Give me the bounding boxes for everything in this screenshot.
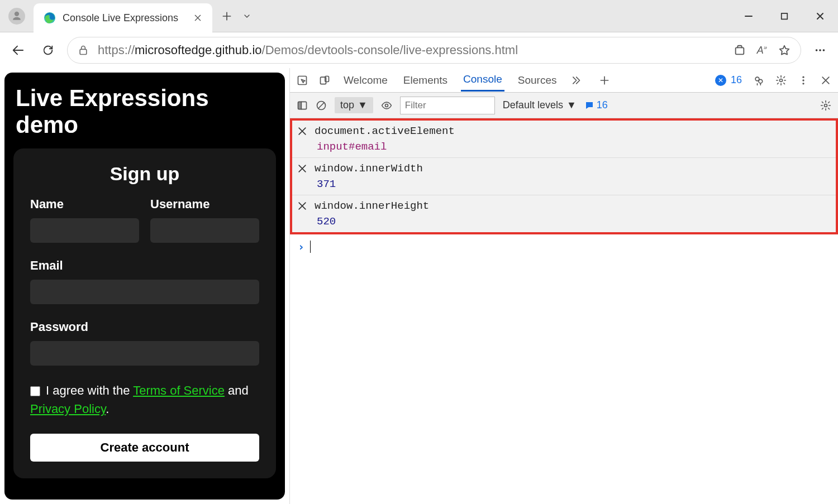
back-button[interactable] bbox=[7, 39, 29, 61]
console-toolbar: top ▼ Default levels▼ 16 bbox=[290, 93, 838, 118]
devtools-close-icon[interactable] bbox=[820, 75, 831, 86]
svg-point-11 bbox=[759, 79, 763, 83]
filter-input[interactable] bbox=[400, 97, 495, 114]
remove-live-expression-icon[interactable] bbox=[297, 200, 308, 212]
issues-badge-icon: ✕ bbox=[715, 75, 726, 86]
app-shopping-icon[interactable] bbox=[734, 44, 746, 56]
email-label: Email bbox=[30, 258, 259, 273]
more-menu-button[interactable] bbox=[809, 39, 831, 61]
agree-text: I agree with the Terms of Service and Pr… bbox=[30, 381, 259, 418]
svg-rect-1 bbox=[782, 13, 788, 19]
add-panel-icon[interactable] bbox=[599, 75, 610, 86]
window-controls bbox=[731, 0, 838, 32]
refresh-button[interactable] bbox=[37, 39, 59, 61]
browser-tab[interactable]: Console Live Expressions bbox=[34, 3, 212, 32]
svg-point-5 bbox=[819, 49, 821, 51]
svg-point-15 bbox=[802, 83, 804, 84]
tos-link[interactable]: Terms of Service bbox=[133, 383, 225, 397]
svg-point-4 bbox=[816, 49, 818, 51]
agree-checkbox[interactable] bbox=[30, 386, 40, 396]
window-maximize-button[interactable] bbox=[766, 0, 802, 32]
password-input[interactable] bbox=[30, 341, 259, 366]
titlebar: Console Live Expressions bbox=[0, 0, 838, 32]
live-expression-row: window.innerHeight 520 bbox=[292, 195, 836, 232]
svg-point-12 bbox=[780, 79, 783, 81]
console-settings-gear-icon[interactable] bbox=[820, 100, 831, 111]
live-expression-eye-icon[interactable] bbox=[381, 100, 392, 111]
tab-sources[interactable]: Sources bbox=[516, 70, 559, 91]
live-expression-code[interactable]: document.activeElement bbox=[315, 125, 455, 137]
window-minimize-button[interactable] bbox=[731, 0, 766, 32]
log-levels-dropdown[interactable]: Default levels▼ bbox=[503, 99, 577, 111]
live-expression-value: 520 bbox=[297, 213, 836, 229]
context-selector[interactable]: top ▼ bbox=[335, 97, 373, 113]
svg-point-13 bbox=[802, 76, 804, 78]
page-viewport: Live Expressions demo Sign up Name Usern… bbox=[0, 68, 289, 504]
live-expression-value: input#email bbox=[297, 138, 836, 154]
inspect-element-icon[interactable] bbox=[297, 75, 308, 86]
issues-counter[interactable]: ✕ 16 bbox=[715, 74, 742, 86]
console-sidebar-toggle-icon[interactable] bbox=[297, 100, 308, 111]
console-prompt[interactable]: › bbox=[290, 234, 838, 259]
more-tabs-icon[interactable] bbox=[570, 75, 581, 86]
signup-card: Sign up Name Username Email Pa bbox=[13, 148, 276, 478]
form-title: Sign up bbox=[30, 163, 259, 185]
dropdown-caret-icon: ▼ bbox=[566, 99, 577, 111]
url-text: https://microsoftedge.github.io/Demos/de… bbox=[98, 43, 518, 57]
prompt-chevron-icon: › bbox=[298, 240, 304, 253]
edge-favicon-icon bbox=[44, 12, 56, 24]
lock-icon bbox=[78, 45, 89, 56]
issue-bubble-icon bbox=[584, 100, 594, 111]
svg-point-6 bbox=[823, 49, 825, 51]
live-expression-row: window.innerWidth 371 bbox=[292, 158, 836, 195]
live-expressions-region: document.activeElement input#email windo… bbox=[290, 118, 838, 234]
profile-button[interactable] bbox=[0, 0, 34, 32]
tab-elements[interactable]: Elements bbox=[401, 70, 450, 91]
svg-point-14 bbox=[802, 79, 804, 81]
live-expression-value: 371 bbox=[297, 176, 836, 191]
read-aloud-icon[interactable]: A» bbox=[757, 44, 767, 56]
window-close-button[interactable] bbox=[802, 0, 838, 32]
svg-point-18 bbox=[385, 104, 388, 107]
privacy-link[interactable]: Privacy Policy bbox=[30, 402, 106, 416]
live-expression-row: document.activeElement input#email bbox=[292, 121, 836, 158]
clear-console-icon[interactable] bbox=[316, 100, 327, 111]
live-expression-code[interactable]: window.innerWidth bbox=[315, 162, 423, 175]
tab-welcome[interactable]: Welcome bbox=[341, 70, 390, 91]
tab-actions-dropdown[interactable] bbox=[241, 11, 253, 22]
live-expression-code[interactable]: window.innerHeight bbox=[315, 200, 429, 212]
tab-close-icon[interactable] bbox=[193, 13, 202, 22]
remove-live-expression-icon[interactable] bbox=[297, 126, 308, 137]
tab-console[interactable]: Console bbox=[461, 69, 504, 92]
username-label: Username bbox=[150, 197, 259, 212]
toolbar: https://microsoftedge.github.io/Demos/de… bbox=[0, 32, 838, 68]
username-input[interactable] bbox=[150, 218, 259, 243]
devtools-panel: Welcome Elements Console Sources ✕ 16 to… bbox=[289, 68, 838, 504]
password-label: Password bbox=[30, 320, 259, 334]
email-input[interactable] bbox=[30, 280, 259, 304]
svg-rect-2 bbox=[80, 49, 87, 54]
devtools-menu-icon[interactable] bbox=[798, 75, 809, 86]
name-label: Name bbox=[30, 197, 139, 212]
favorite-star-icon[interactable] bbox=[778, 44, 791, 56]
content-area: Live Expressions demo Sign up Name Usern… bbox=[0, 68, 838, 504]
dropdown-caret-icon: ▼ bbox=[358, 99, 368, 111]
settings-gear-icon[interactable] bbox=[775, 75, 787, 86]
name-input[interactable] bbox=[30, 218, 139, 243]
new-tab-button[interactable] bbox=[220, 9, 234, 23]
profile-avatar-icon bbox=[8, 8, 25, 25]
prompt-caret bbox=[310, 241, 311, 253]
devtools-tabstrip: Welcome Elements Console Sources ✕ 16 bbox=[290, 68, 838, 93]
console-issues-counter[interactable]: 16 bbox=[584, 99, 608, 111]
svg-rect-3 bbox=[736, 47, 744, 54]
tab-title: Console Live Expressions bbox=[63, 12, 187, 24]
page-heading: Live Expressions demo bbox=[13, 81, 276, 148]
device-toolbar-icon[interactable] bbox=[319, 75, 330, 86]
svg-point-19 bbox=[825, 104, 827, 107]
address-bar[interactable]: https://microsoftedge.github.io/Demos/de… bbox=[67, 37, 801, 64]
feedback-icon[interactable] bbox=[753, 75, 764, 86]
remove-live-expression-icon[interactable] bbox=[297, 163, 308, 174]
create-account-button[interactable]: Create account bbox=[30, 434, 259, 462]
tab-strip-actions bbox=[212, 0, 260, 32]
